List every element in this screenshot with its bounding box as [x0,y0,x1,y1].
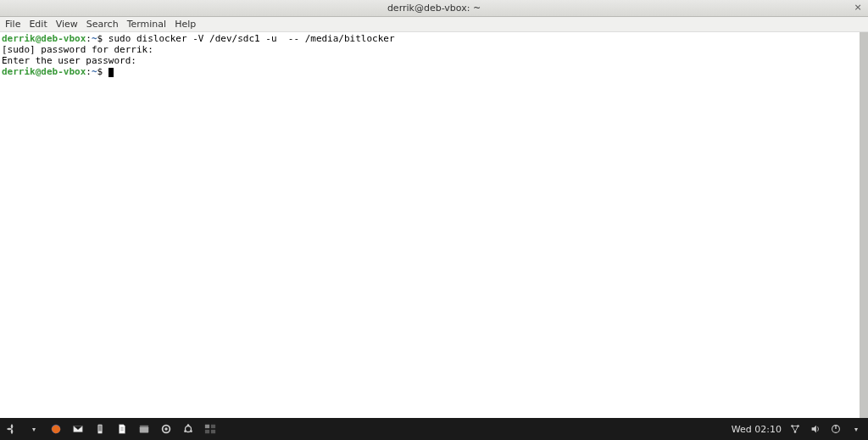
taskbar: ▾ Wed 02:10 [0,418,868,440]
document-icon[interactable] [115,422,129,436]
close-icon[interactable]: × [853,3,863,13]
menubar: File Edit View Search Terminal Help [0,17,868,32]
prompt-path: ~ [92,33,97,44]
prompt-user: derrik@deb-vbox [2,33,86,44]
volume-icon[interactable] [809,422,822,436]
phone-icon[interactable] [93,422,107,436]
menu-search[interactable]: Search [86,19,119,30]
settings-icon[interactable] [159,422,173,436]
menu-edit[interactable]: Edit [29,19,47,30]
prompt-path: ~ [92,66,97,77]
terminal-line: Enter the user password: [2,55,866,66]
svg-rect-2 [98,426,102,432]
svg-rect-11 [205,425,209,428]
svg-rect-3 [140,426,149,427]
svg-point-8 [187,424,190,426]
files-icon[interactable] [137,422,151,436]
power-icon[interactable] [829,422,843,436]
start-menu-icon[interactable] [5,422,19,436]
menu-file[interactable]: File [5,19,20,30]
ubuntu-icon[interactable] [181,422,195,436]
scrollbar[interactable] [860,32,868,418]
svg-point-10 [184,430,186,432]
cursor [108,68,114,77]
terminal-line: derrik@deb-vbox:~$ [2,66,866,77]
svg-rect-12 [211,425,215,428]
taskbar-right: Wed 02:10 ▾ [732,422,863,436]
svg-rect-4 [140,426,149,432]
taskbar-left: ▾ [5,422,217,436]
chevron-down-icon[interactable]: ▾ [27,422,41,436]
window-title: derrik@deb-vbox: ~ [387,3,481,14]
svg-rect-13 [205,430,209,433]
scrollbar-thumb[interactable] [860,32,868,418]
terminal-body[interactable]: derrik@deb-vbox:~$ sudo dislocker -V /de… [0,32,868,418]
window-titlebar[interactable]: derrik@deb-vbox: ~ × [0,0,868,17]
menu-help[interactable]: Help [175,19,196,30]
mail-icon[interactable] [71,422,85,436]
clock[interactable]: Wed 02:10 [732,424,782,435]
terminal-line: derrik@deb-vbox:~$ sudo dislocker -V /de… [2,33,866,44]
terminal-line: [sudo] password for derrik: [2,44,866,55]
firefox-icon[interactable] [49,422,63,436]
chevron-down-icon[interactable]: ▾ [849,422,863,436]
svg-point-9 [190,430,192,432]
workspace-icon[interactable] [203,422,217,436]
svg-point-6 [164,427,168,431]
prompt-user: derrik@deb-vbox [2,66,86,77]
menu-view[interactable]: View [56,19,78,30]
menu-terminal[interactable]: Terminal [127,19,167,30]
command-text: sudo dislocker -V /dev/sdc1 -u -- /media… [108,33,395,44]
network-icon[interactable] [788,422,802,436]
terminal-window: derrik@deb-vbox: ~ × File Edit View Sear… [0,0,868,418]
svg-rect-14 [211,430,215,433]
